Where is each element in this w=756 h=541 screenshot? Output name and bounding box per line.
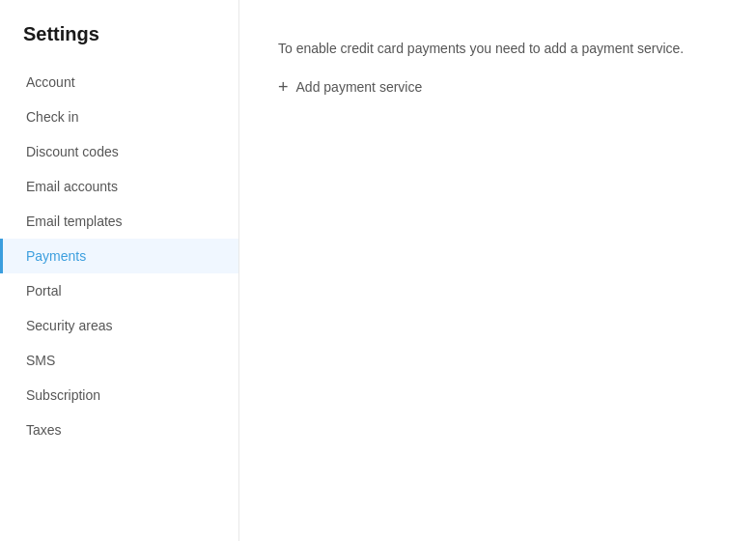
sidebar-item-portal[interactable]: Portal: [0, 273, 238, 308]
sidebar-item-security-areas[interactable]: Security areas: [0, 308, 238, 343]
add-payment-service-label: Add payment service: [296, 79, 423, 95]
sidebar-item-payments[interactable]: Payments: [0, 239, 238, 273]
sidebar-item-email-accounts[interactable]: Email accounts: [0, 169, 238, 204]
sidebar-item-subscription[interactable]: Subscription: [0, 378, 238, 413]
add-payment-service-button[interactable]: + Add payment service: [278, 78, 422, 96]
info-text: To enable credit card payments you need …: [278, 39, 717, 59]
sidebar-item-account[interactable]: Account: [0, 65, 238, 100]
plus-icon: +: [278, 78, 289, 96]
sidebar-item-discount-codes[interactable]: Discount codes: [0, 134, 238, 169]
app-container: Settings Account Check in Discount codes…: [0, 0, 756, 541]
sidebar-item-sms[interactable]: SMS: [0, 343, 238, 378]
sidebar: Settings Account Check in Discount codes…: [0, 0, 239, 541]
sidebar-title: Settings: [0, 23, 238, 65]
sidebar-item-check-in[interactable]: Check in: [0, 100, 238, 134]
main-content: To enable credit card payments you need …: [239, 0, 756, 541]
sidebar-item-email-templates[interactable]: Email templates: [0, 204, 238, 239]
sidebar-item-taxes[interactable]: Taxes: [0, 413, 238, 447]
